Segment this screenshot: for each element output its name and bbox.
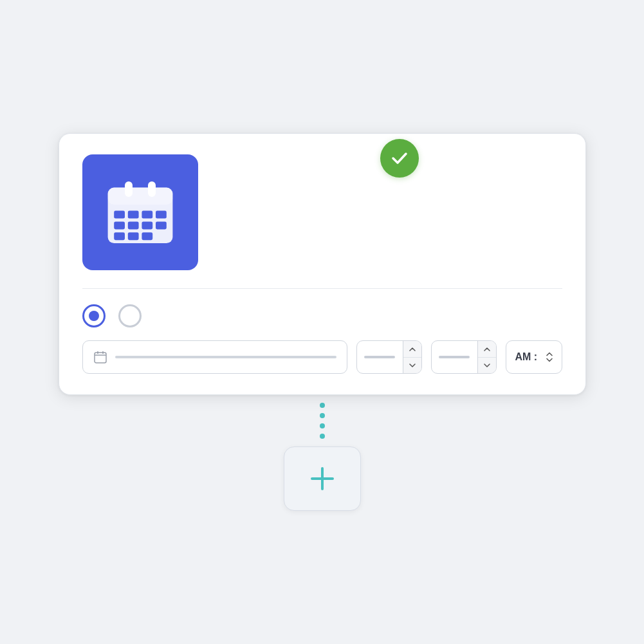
svg-rect-14 (142, 232, 152, 240)
connector-dot-3 (320, 423, 325, 428)
svg-rect-5 (127, 210, 138, 218)
hour-arrows (403, 341, 421, 373)
svg-rect-3 (148, 181, 156, 197)
svg-rect-15 (95, 353, 106, 363)
radio-row (82, 304, 562, 327)
card-top (59, 134, 585, 288)
minute-bar (439, 356, 470, 358)
hour-value (357, 341, 403, 373)
check-badge (380, 139, 419, 178)
radio-button-1[interactable] (82, 304, 106, 327)
connector-dot-2 (320, 413, 325, 418)
svg-rect-10 (142, 221, 152, 229)
ampm-label: AM : (515, 351, 538, 363)
chevron-down-icon (484, 362, 490, 369)
hour-down-button[interactable] (403, 358, 421, 374)
minute-arrows (478, 341, 496, 373)
calendar-icon-box (82, 154, 198, 270)
hour-up-button[interactable] (403, 341, 421, 358)
ampm-up-icon (546, 352, 553, 356)
svg-rect-17 (102, 351, 104, 354)
minute-value (432, 341, 478, 373)
connector (320, 395, 325, 446)
svg-rect-9 (127, 221, 138, 229)
add-button[interactable] (284, 446, 361, 511)
minute-down-button[interactable] (478, 358, 496, 374)
svg-rect-16 (97, 351, 98, 354)
chevron-up-icon (484, 346, 490, 353)
ampm-select[interactable]: AM : (506, 340, 562, 374)
svg-rect-6 (142, 210, 152, 218)
add-icon (307, 463, 338, 494)
hour-bar (364, 356, 395, 358)
svg-rect-2 (125, 181, 133, 197)
minute-spinner[interactable] (431, 340, 497, 374)
svg-rect-1 (107, 187, 172, 204)
chevron-down-icon (409, 362, 416, 369)
chevron-up-icon (409, 346, 416, 353)
radio-inner-1 (89, 311, 99, 321)
connector-dot-4 (320, 434, 325, 439)
check-icon (389, 148, 410, 169)
date-input-bar (115, 356, 336, 358)
calendar-small-icon (93, 350, 107, 364)
minute-up-button[interactable] (478, 341, 496, 358)
card-bottom: AM : (59, 289, 585, 394)
scene: AM : (59, 133, 586, 511)
radio-button-2[interactable] (118, 304, 142, 327)
svg-rect-11 (156, 221, 167, 229)
svg-rect-8 (114, 221, 125, 229)
svg-rect-4 (114, 210, 125, 218)
date-input[interactable] (82, 340, 347, 374)
hour-spinner[interactable] (356, 340, 422, 374)
svg-rect-7 (156, 210, 167, 218)
svg-rect-13 (127, 232, 138, 240)
calendar-icon (102, 174, 179, 251)
main-card: AM : (59, 133, 586, 396)
controls-row: AM : (82, 340, 562, 374)
ampm-arrows (546, 352, 553, 362)
svg-rect-12 (114, 232, 125, 240)
connector-dot-1 (320, 403, 325, 408)
ampm-down-icon (546, 358, 553, 362)
